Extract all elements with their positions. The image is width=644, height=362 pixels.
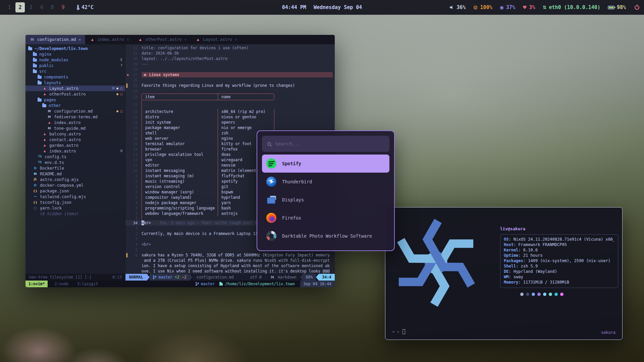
branch-icon	[196, 282, 199, 286]
editor-line[interactable]: 20distronixos or gentoo	[125, 114, 335, 120]
editor-line[interactable]: 19init systemopenrc	[125, 120, 335, 125]
tree-item-config.ts[interactable]: TSconfig.ts	[25, 154, 125, 160]
close-icon[interactable]: ×	[184, 38, 187, 42]
tree-item-package.json[interactable]: {}package.json	[25, 188, 125, 194]
tree-item-label: tone-guide.md	[54, 126, 86, 131]
launcher-item-firefox[interactable]: Firefox	[262, 209, 389, 227]
workspace-2[interactable]: 2	[15, 2, 25, 12]
tree-item-components[interactable]: components	[25, 74, 125, 80]
workspace-3[interactable]: 3	[26, 2, 36, 12]
line-number: 15	[130, 142, 142, 146]
folder-open-icon	[38, 99, 42, 102]
network-module[interactable]: eth0 (10.0.0.140)	[543, 4, 600, 10]
launcher-item-displays[interactable]: Displays	[262, 191, 389, 209]
tree-item-layout.astro[interactable]: ▲Layout.astroH●□	[25, 85, 125, 91]
table-cell-item: webdev language/framework	[142, 211, 218, 216]
cpu-module[interactable]: 3%	[523, 4, 535, 10]
neotree-status-label: neo-tree filesystem [1] [-]	[29, 275, 92, 280]
tab-layout-astro[interactable]: Layout.astro ×	[191, 35, 241, 44]
tab-otherpost-astro[interactable]: otherPost.astro ×	[133, 35, 191, 44]
close-icon[interactable]: ×	[235, 38, 237, 42]
tree-item-other[interactable]: other	[25, 103, 125, 108]
editor-line[interactable]: 24	[125, 88, 335, 94]
editor-line[interactable]: 26	[125, 77, 335, 83]
tree-root[interactable]: ~/Development/liv.town	[25, 46, 125, 51]
tree-item-6hiddenitems[interactable]: (6 hidden items)	[25, 211, 125, 217]
close-icon[interactable]: ×	[127, 38, 129, 42]
tree-item-garden.astro[interactable]: ▲garden.astro	[25, 142, 125, 148]
search-input[interactable]	[275, 141, 384, 146]
workspace-1[interactable]: 1	[5, 2, 14, 12]
tree-item-tsconfig.json[interactable]: {}tsconfig.json	[25, 199, 125, 205]
tree-item-configuration.md[interactable]: Mconfiguration.md●□	[25, 108, 125, 114]
tab-configuration-md[interactable]: configuration.md ×	[25, 35, 86, 44]
tree-item-public[interactable]: public?	[25, 63, 125, 68]
tree-item-docker-compose.yml[interactable]: Ddocker-compose.yml	[25, 182, 125, 188]
launcher-item-spotify[interactable]: Spotify	[262, 155, 389, 173]
shell-prompt[interactable]: ~ ›	[392, 329, 405, 334]
launcher-search[interactable]	[262, 136, 389, 152]
tree-item-astro.config.mjs[interactable]: JSastro.config.mjs	[25, 177, 125, 182]
terminal-window[interactable]: liv@sakura OSNixOS 24.11.20240828.71e91c…	[385, 207, 623, 340]
tree-item-yarn.lock[interactable]: □yarn.lock	[25, 205, 125, 211]
power-button[interactable]	[635, 5, 639, 10]
tab-index-astro[interactable]: index.astro ×	[86, 35, 133, 44]
astro-icon: ▲	[42, 138, 47, 141]
tree-item-src[interactable]: src	[25, 68, 125, 74]
tree-item-dockerfile[interactable]: DDockerfile	[25, 165, 125, 171]
editor-line[interactable]: 31date: 2024-08-30	[125, 51, 335, 56]
line-text: ion. I have a setup consisting of Hyprla…	[142, 263, 335, 268]
markdown-icon	[30, 38, 35, 42]
editor-line[interactable]: 23itemname	[125, 94, 335, 100]
editor-line[interactable]: 21architecturex86_64 (rip m2 pro)	[125, 109, 335, 114]
tree-item-tailwind.config.mjs[interactable]: ~tailwind.config.mjs	[25, 194, 125, 199]
editor-line[interactable]: ●27▣Linux systems	[125, 72, 335, 77]
tree-item-index.astro[interactable]: ▲index.astro	[25, 120, 125, 125]
tree-item-fediverse-terms.md[interactable]: Mfediverse-terms.md	[25, 114, 125, 120]
tree-item-readme.md[interactable]: MREADME.md	[25, 171, 125, 177]
editor-line[interactable]: ▍6sakura has a Ryzen 5 7640U, 32GB of DD…	[125, 252, 335, 258]
workspace-9[interactable]: 9	[58, 2, 68, 12]
tree-item-layouts[interactable]: layouts	[25, 80, 125, 85]
editor-line[interactable]: 29---	[125, 61, 335, 67]
tree-item-pages[interactable]: pages	[25, 97, 125, 103]
editor-line[interactable]: ion. I have a setup consisting of Hyprla…	[125, 263, 335, 268]
editor-line[interactable]: and a 2TB (Crucial P5 Plus) NVMe drive. …	[125, 258, 335, 263]
tmux-window-node[interactable]: 2:node	[52, 281, 70, 287]
editor-line[interactable]: ove. I use Nix when I need software with…	[125, 268, 335, 274]
disk-module[interactable]: 37%	[500, 4, 515, 10]
tree-item-label: index.astro	[49, 149, 76, 154]
workspace-8[interactable]: 8	[48, 2, 57, 12]
markdown-icon: M	[47, 115, 52, 119]
volume-module[interactable]: 36%	[450, 4, 466, 10]
tree-item-otherpost.astro[interactable]: ▲otherPost.astro●□	[25, 91, 125, 97]
tree-item-contact.astro[interactable]: ▲contact.astro	[25, 137, 125, 142]
table-border	[142, 100, 274, 109]
tmux-window-lazygit[interactable]: 3:lazygit	[75, 281, 100, 287]
editor-line[interactable]: 18package managernix or emerge	[125, 125, 335, 130]
tmux-window-nvim[interactable]: 1:nvim*	[25, 281, 48, 287]
battery-module[interactable]: 98%	[608, 4, 626, 10]
editor-line[interactable]: 28	[125, 67, 335, 72]
workspace-4[interactable]: 4	[37, 2, 46, 12]
editor-line[interactable]: 32title: configuration for devices i use…	[125, 45, 335, 51]
astro-icon: ▲	[42, 144, 47, 147]
statusline-git: master +2 ~2	[150, 274, 190, 281]
folder-icon	[33, 59, 37, 62]
launcher-item-darktable[interactable]: Darktable Photo Workflow Software	[262, 227, 389, 245]
tree-item-tone-guide.md[interactable]: Mtone-guide.md	[25, 125, 125, 131]
js-icon: JS	[33, 178, 38, 181]
tree-item-env.d.ts[interactable]: TSenv.d.ts	[25, 160, 125, 165]
editor-line[interactable]: 30layout: ../../layouts/otherPost.astro	[125, 56, 335, 61]
editor-line[interactable]: ▍25Favorite things regarding Linux and m…	[125, 83, 335, 88]
line-number: 12	[130, 158, 142, 162]
close-icon[interactable]: ×	[79, 38, 81, 42]
launcher-item-thunderbird[interactable]: Thunderbird	[262, 173, 389, 191]
editor-line[interactable]: 22	[125, 100, 335, 109]
temperature-module[interactable]: 42°C	[77, 4, 94, 10]
tree-item-index.astro[interactable]: ▲index.astroH	[25, 148, 125, 154]
tree-item-nginx[interactable]: nginx	[25, 51, 125, 57]
brightness-module[interactable]: 100%	[473, 4, 492, 11]
tree-item-balcony.astro[interactable]: ▲balcony.astro	[25, 131, 125, 137]
tree-item-nodemodules[interactable]: node_modulesE	[25, 57, 125, 63]
